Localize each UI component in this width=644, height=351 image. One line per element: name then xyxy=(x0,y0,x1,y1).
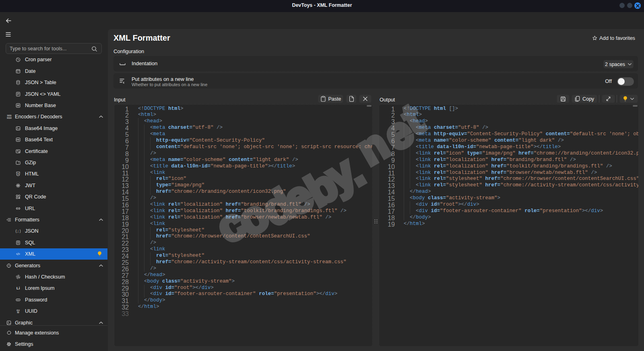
svg-text:ID: ID xyxy=(17,312,19,314)
svg-text:0110: 0110 xyxy=(7,117,11,119)
svg-text:(;): (;) xyxy=(15,229,21,233)
svg-text:5: 5 xyxy=(17,173,19,175)
svg-text:Li: Li xyxy=(17,286,20,291)
